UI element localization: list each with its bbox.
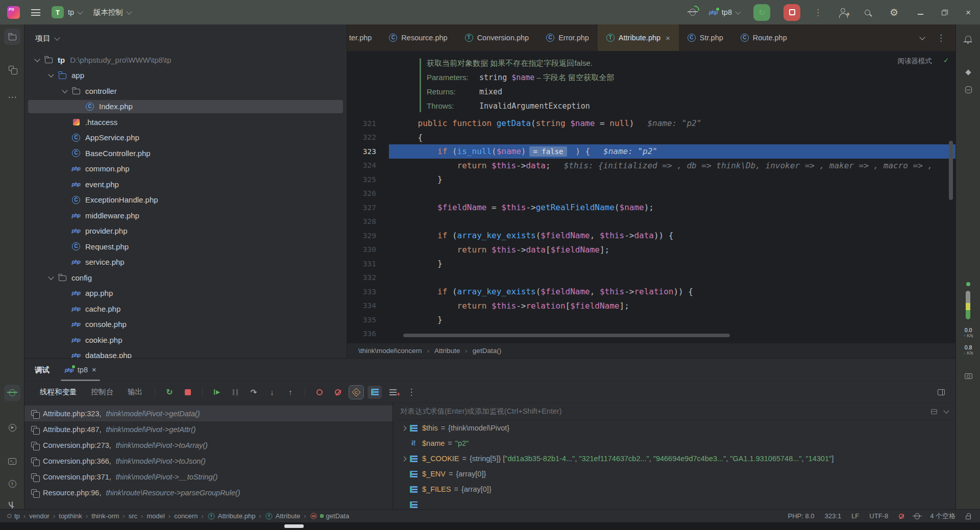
project-widget[interactable]: T tp — [52, 6, 82, 18]
dots-v-icon[interactable]: ⋮ — [937, 34, 945, 42]
frame-row[interactable]: Conversion.php:366, think\model\Pivot->t… — [24, 453, 393, 469]
toolbar-rerun-debugger[interactable]: ↻ — [162, 386, 177, 399]
restore-window-icon[interactable] — [942, 11, 946, 15]
inspections-ok-icon[interactable]: ✓ — [944, 56, 948, 65]
toolbar-view-breakpoints[interactable] — [312, 386, 327, 399]
tree-item-AppServicephp[interactable]: CAppService.php — [24, 130, 347, 146]
line-number[interactable]: 328 — [347, 217, 376, 225]
reader-mode-label[interactable]: 阅读器模式 — [898, 57, 933, 66]
line-number[interactable]: 325 — [347, 175, 376, 184]
tree-item-ExceptionHandlephp[interactable]: CExceptionHandle.php — [24, 192, 347, 208]
tree-item-cachephp[interactable]: phpcache.php — [24, 301, 347, 317]
settings-icon[interactable]: ⚙ — [890, 7, 898, 18]
chevron-down-icon[interactable] — [48, 274, 54, 280]
code-editor[interactable]: 获取当前对象数据 如果不存在指定字段返回false.Parameters:str… — [347, 51, 955, 343]
tree-item-controller[interactable]: controller — [24, 83, 347, 99]
chevron-down-icon[interactable] — [943, 408, 949, 413]
tool-strip-item-problems[interactable]: ! — [4, 475, 20, 492]
line-ending[interactable]: LF — [851, 512, 859, 520]
line-number[interactable]: 327 — [347, 204, 376, 212]
tool-strip-item-screenshot[interactable] — [960, 367, 976, 384]
toolbar-more-options[interactable]: ⋮ — [404, 386, 419, 399]
toolbar-pause-program[interactable] — [228, 386, 242, 399]
chevron-down-icon[interactable] — [62, 87, 67, 93]
toolbar-mute-breakpoints[interactable] — [331, 386, 345, 399]
code-with-me-icon[interactable] — [841, 8, 845, 13]
tree-item-appphp[interactable]: phpapp.php — [24, 286, 347, 301]
tool-strip-item-notifications[interactable] — [960, 31, 976, 47]
tree-item-Requestphp[interactable]: CRequest.php — [24, 239, 347, 255]
search-everywhere-icon[interactable] — [865, 10, 870, 15]
line-number[interactable]: 323 — [347, 147, 376, 156]
caret-position[interactable]: 323:1 — [825, 512, 842, 520]
toolbar-resume-program[interactable]: ▶ — [210, 386, 224, 399]
toolbar-show-variables[interactable] — [368, 386, 382, 399]
vertical-scrollbar[interactable] — [949, 141, 953, 200]
frame-row[interactable]: Conversion.php:273, think\model\Pivot->t… — [24, 437, 393, 453]
tab-Strphp[interactable]: CStr.php — [679, 24, 732, 51]
toolbar-layout-settings[interactable] — [934, 386, 948, 399]
tree-item-Indexphp[interactable]: CIndex.php — [24, 99, 347, 115]
line-number[interactable]: 334 — [347, 301, 376, 310]
tree-item-middlewarephp[interactable]: phpmiddleware.php — [24, 208, 347, 223]
toolbar-evaluate-expression[interactable]: C — [349, 386, 363, 399]
tool-strip-item-more[interactable]: ⋯ — [4, 89, 20, 105]
tool-strip-item-structure[interactable] — [4, 61, 20, 78]
tool-strip-item-ai-assistant[interactable] — [960, 64, 976, 81]
line-number[interactable]: 333 — [347, 288, 376, 296]
breadcrumb-item[interactable]: getData() — [473, 347, 501, 355]
line-number[interactable]: 326 — [347, 189, 376, 197]
vcs-widget[interactable]: 版本控制 — [93, 8, 131, 17]
close-icon[interactable]: × — [92, 366, 96, 374]
tab-Conversionphp[interactable]: TConversion.php — [456, 24, 538, 51]
tool-strip-item-project-folder[interactable] — [4, 29, 20, 45]
tool-strip-item-terminal[interactable]: >_ — [4, 453, 20, 469]
line-number[interactable]: 335 — [347, 316, 376, 324]
tab-Errorphp[interactable]: CError.php — [537, 24, 598, 51]
status-path-item[interactable]: concern — [174, 512, 198, 520]
tree-item-databasephp[interactable]: phpdatabase.php — [24, 348, 347, 359]
status-path-item[interactable]: tp — [7, 512, 20, 520]
evaluate-expression-input[interactable]: 对表达式求值(Enter)或添加监视(Ctrl+Shift+Enter) — [393, 403, 955, 420]
status-path-item[interactable]: TAttribute — [265, 512, 300, 520]
tool-strip-item-database[interactable] — [960, 82, 976, 98]
file-encoding[interactable]: UTF-8 — [869, 512, 888, 520]
variable-row[interactable]: $_FILES={array[0]} — [393, 482, 955, 497]
project-panel-header[interactable]: 项目 — [24, 24, 347, 52]
status-path-item[interactable]: model — [146, 512, 164, 520]
debug-session-tab[interactable]: php tp8 × — [63, 359, 98, 381]
debug-view-tab-2[interactable]: 输出 — [122, 387, 148, 397]
close-icon[interactable]: × — [666, 34, 670, 42]
run-config-widget[interactable]: php tp8 — [709, 8, 740, 16]
tool-strip-item-debugger[interactable] — [4, 385, 20, 401]
status-path-item[interactable]: TAttribute.php — [207, 512, 256, 520]
variable-row[interactable]: 1001$name="p2" — [393, 436, 955, 451]
status-path-item[interactable]: think-orm — [91, 512, 119, 520]
rerun-debug-button[interactable]: ↻ — [753, 4, 770, 21]
line-number[interactable]: 322 — [347, 133, 376, 141]
status-path-item[interactable]: src — [129, 512, 137, 520]
tab-terphp[interactable]: ter.php — [347, 24, 380, 51]
toolbar-step-into[interactable]: ↓ — [265, 386, 279, 399]
debugger-status-icon[interactable] — [915, 513, 920, 519]
tree-item-htaccess[interactable]: .htaccess — [24, 114, 347, 130]
chevron-right-icon[interactable] — [401, 425, 406, 431]
frame-row[interactable]: Conversion.php:371, think\model\Pivot->_… — [24, 469, 393, 485]
line-number[interactable]: 331 — [347, 260, 376, 268]
debug-view-tab-1[interactable]: 控制台 — [86, 387, 119, 397]
stop-button[interactable] — [783, 4, 800, 21]
status-path-item[interactable]: topthink — [59, 512, 82, 520]
line-number[interactable]: 321 — [347, 119, 376, 128]
frame-row[interactable]: Attribute.php:487, think\model\Pivot->ge… — [24, 421, 393, 437]
tree-item-BaseControllerphp[interactable]: CBaseController.php — [24, 145, 347, 161]
status-path-item[interactable]: mgetData — [310, 512, 350, 520]
main-menu-icon[interactable] — [31, 9, 40, 16]
toolbar-stop-process[interactable] — [181, 386, 195, 399]
toolbar-step-over[interactable]: ↷ — [247, 386, 261, 399]
breadcrumb-item[interactable]: Attribute — [434, 347, 460, 355]
tree-item-app[interactable]: app — [24, 68, 347, 84]
inline-watches-icon[interactable] — [931, 409, 937, 414]
php-version[interactable]: PHP: 8.0 — [788, 512, 815, 520]
tree-item-servicephp[interactable]: phpservice.php — [24, 255, 347, 270]
tree-item-providerphp[interactable]: phpprovider.php — [24, 223, 347, 239]
